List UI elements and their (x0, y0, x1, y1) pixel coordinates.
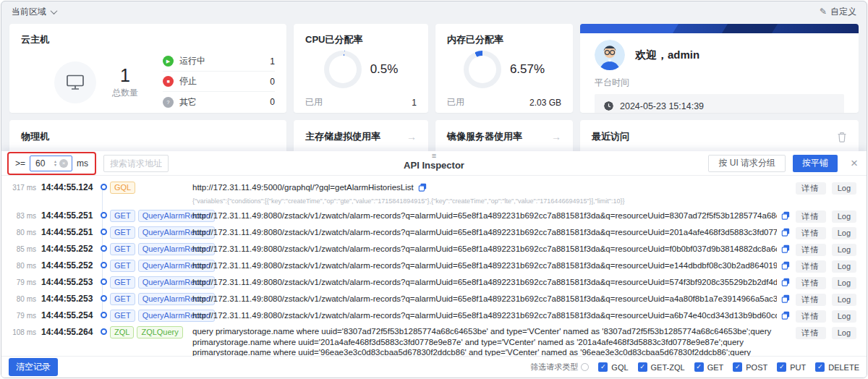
copy-icon[interactable] (418, 183, 427, 192)
request-type-filters: 筛选请求类型 GQL GET-ZQL GET POST PUT DELETE (530, 362, 859, 372)
request-type-checkbox[interactable]: GET-ZQL (638, 362, 685, 372)
request-tag: GET (110, 260, 135, 272)
cpu-card-title: CPU已分配率 (294, 24, 428, 46)
memory-donut-chart (464, 51, 501, 88)
search-input[interactable] (103, 155, 169, 172)
request-type-checkbox[interactable]: GQL (598, 362, 628, 372)
request-duration: 79 ms (1, 276, 36, 286)
request-type-label: GET-ZQL (651, 363, 685, 372)
timeline-node-icon (101, 295, 107, 302)
trash-icon[interactable] (837, 132, 847, 142)
cloud-host-title: 云主机 (9, 24, 286, 46)
cpu-percent: 0.5% (370, 62, 399, 77)
timeline-node-icon (101, 184, 107, 190)
detail-button[interactable]: 详情 (796, 260, 826, 273)
request-time: 14:44:55.253 (36, 276, 97, 288)
request-row: 83 ms 14:44:55.251 GETQueryAlarmRecord h… (1, 208, 867, 224)
request-type-checkbox[interactable]: PUT (777, 362, 806, 372)
cpu-total-label: 总量 (305, 111, 323, 113)
detail-button[interactable]: 详情 (796, 210, 826, 223)
filter-info-icon (581, 363, 589, 371)
copy-icon[interactable] (781, 244, 790, 253)
detail-button[interactable]: 详情 (796, 227, 826, 239)
request-duration: 83 ms (1, 210, 36, 220)
copy-icon[interactable] (781, 294, 790, 303)
clear-records-button[interactable]: 清空记录 (9, 358, 58, 376)
inspector-title-block: ≡ API Inspector (404, 153, 464, 171)
close-icon[interactable]: × (851, 157, 858, 169)
copy-icon[interactable] (781, 228, 790, 237)
clock-icon (604, 101, 613, 111)
log-button[interactable]: Log (832, 277, 856, 289)
memory-used-value: 2.03 GB (529, 98, 561, 108)
status-row: ■ 停止 0 (163, 72, 275, 92)
copy-icon[interactable] (781, 211, 790, 220)
region-label: 当前区域 (12, 6, 46, 18)
request-tag: GQL (110, 182, 135, 194)
request-time: 14:44:55.124 (36, 182, 97, 193)
request-url: http://172.31.11.49:8080/zstack/v1/zwatc… (192, 293, 777, 305)
customize-button[interactable]: ✎ 自定义 (820, 6, 856, 18)
log-button[interactable]: Log (832, 244, 856, 256)
log-button[interactable]: Log (832, 327, 856, 339)
request-duration: 80 ms (1, 260, 36, 270)
timeline-node-icon (101, 245, 107, 252)
request-time: 14:44:55.254 (36, 310, 97, 321)
request-duration: 80 ms (1, 226, 36, 237)
request-type-label: POST (746, 363, 767, 372)
flat-view-button[interactable]: 按平铺 (793, 155, 838, 172)
log-button[interactable]: Log (832, 310, 856, 323)
customize-label: 自定义 (830, 6, 856, 18)
copy-icon[interactable] (781, 261, 790, 270)
welcome-banner (580, 24, 859, 33)
platform-time-label: 平台时间 (580, 70, 859, 89)
request-type-label: GQL (611, 363, 628, 372)
request-type-checkbox[interactable]: POST (733, 362, 767, 372)
cpu-total-value: 200 (402, 113, 417, 114)
request-tag: GET (110, 210, 135, 222)
cloud-host-total: 1 (112, 66, 138, 85)
timeline-node-icon (101, 312, 107, 318)
log-button[interactable]: Log (832, 182, 856, 195)
log-button[interactable]: Log (832, 260, 856, 273)
request-type-checkbox[interactable]: DELETE (815, 362, 859, 372)
log-button[interactable]: Log (832, 210, 856, 223)
checkbox-checked-icon[interactable] (733, 362, 742, 372)
copy-icon[interactable] (781, 278, 790, 286)
welcome-greeting: 欢迎，admin (635, 48, 699, 62)
arrow-right-icon[interactable]: → (407, 132, 417, 142)
copy-icon[interactable] (781, 311, 790, 320)
checkbox-checked-icon[interactable] (815, 362, 825, 372)
request-tags: GETQueryAlarmRecord (110, 310, 192, 322)
duration-filter-input[interactable] (35, 158, 51, 169)
checkbox-checked-icon[interactable] (694, 362, 704, 372)
request-time: 14:44:55.253 (36, 293, 97, 305)
inspector-title: API Inspector (404, 159, 464, 171)
detail-button[interactable]: 详情 (796, 244, 826, 256)
request-row: 317 ms 14:44:55.124 GQL http://172.31.11… (1, 179, 867, 208)
request-type-checkbox[interactable]: GET (694, 362, 724, 372)
checkbox-checked-icon[interactable] (777, 362, 786, 372)
detail-button[interactable]: 详情 (796, 277, 826, 289)
stepper-icons[interactable]: ▴▾ (54, 160, 56, 167)
request-time: 14:44:55.252 (36, 260, 97, 271)
request-time: 14:44:55.251 (36, 226, 97, 238)
platform-time-value: 2024-05-23 15:14:39 (620, 101, 704, 111)
group-by-ui-button[interactable]: 按 UI 请求分组 (708, 155, 786, 172)
status-label: 其它 (179, 96, 197, 108)
detail-button[interactable]: 详情 (796, 310, 826, 323)
clear-value-icon[interactable]: × (59, 159, 68, 168)
log-button[interactable]: Log (832, 227, 856, 239)
detail-button[interactable]: 详情 (796, 294, 826, 306)
log-button[interactable]: Log (832, 294, 856, 306)
detail-button[interactable]: 详情 (796, 327, 826, 339)
checkbox-checked-icon[interactable] (638, 362, 647, 372)
status-row: ? 其它 0 (163, 92, 275, 112)
duration-filter-operator: >= (15, 158, 25, 169)
region-selector[interactable]: 当前区域 (12, 6, 56, 18)
detail-button[interactable]: 详情 (796, 182, 826, 195)
arrow-right-icon[interactable]: → (551, 132, 561, 142)
checkbox-checked-icon[interactable] (598, 362, 608, 372)
request-tags: GETQueryAlarmRecord (110, 226, 192, 239)
drag-handle-icon[interactable]: ≡ (404, 153, 464, 159)
